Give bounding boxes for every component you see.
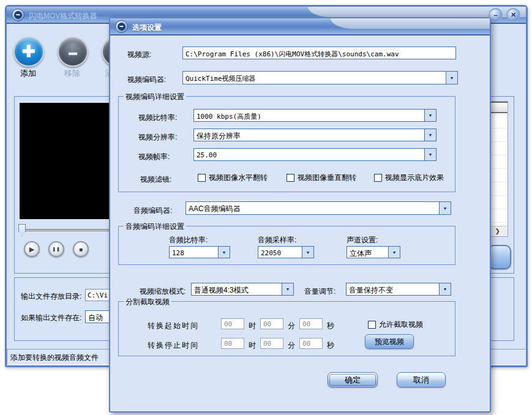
stop-hour-input[interactable]: 00 — [221, 338, 244, 349]
audio-detail-legend: 音频编码详细设置 — [124, 222, 186, 232]
allow-trim-checkbox[interactable]: 允许截取视频 — [368, 320, 423, 330]
filter-negative-checkbox[interactable]: 视频显示底片效果 — [374, 173, 444, 183]
video-detail-legend: 视频编码详细设置 — [124, 92, 186, 102]
dropdown-arrow-icon[interactable]: ▼ — [446, 72, 457, 84]
main-window-title: 闪电MOV格式转换器 — [29, 11, 97, 21]
dialog-icon: ➥ — [115, 20, 128, 33]
close-button[interactable]: ✕ — [506, 8, 520, 22]
second-unit-label: 秒 — [327, 340, 334, 351]
remove-file-label: 移除 — [64, 68, 80, 79]
checkbox-box[interactable] — [287, 174, 294, 182]
dropdown-arrow-icon[interactable]: ▼ — [424, 149, 436, 160]
start-time-label: 转换起始时间 — [148, 321, 199, 331]
video-detail-group: 视频编码详细设置 视频比特率: 1000 kbps(高质量) ▼ 视频分辨率: … — [118, 96, 455, 192]
dropdown-arrow-icon[interactable]: ▼ — [424, 129, 436, 141]
stop-button[interactable]: ■ — [73, 241, 89, 257]
audio-channels-select[interactable]: 立体声 ▼ — [347, 246, 400, 258]
audio-detail-group: 音频编码详细设置 音频比特率: 128 ▼ 音频采样率: 22050 ▼ 声道设… — [118, 226, 455, 265]
volume-label: 音量调节: — [304, 286, 335, 297]
dropdown-arrow-icon[interactable]: ▼ — [439, 202, 451, 214]
dialog-arrow-icon: ➥ — [118, 23, 126, 31]
options-dialog: ➥ 选项设置 视频源: C:\Program Files (x86)\闪电MOV… — [109, 17, 491, 413]
plus-icon: ✚ — [22, 42, 36, 61]
audio-encoder-label: 音频编码器: — [133, 206, 172, 216]
split-group: 分割截取视频 转换起始时间 00 时 00 分 00 秒 允许截取视频 转换停止… — [118, 301, 455, 356]
start-hour-input[interactable]: 00 — [221, 318, 244, 329]
add-files-label: 添加 — [20, 68, 36, 79]
ok-button[interactable]: 确定 — [328, 372, 378, 387]
if-exists-label: 如果输出文件存在: — [21, 313, 81, 323]
preview-video-button[interactable]: 预览视频 — [365, 334, 414, 349]
stop-minute-input[interactable]: 00 — [260, 338, 283, 349]
scroll-right-icon[interactable]: ❯ — [495, 228, 500, 234]
video-bitrate-select[interactable]: 1000 kbps(高质量) ▼ — [193, 109, 436, 122]
dropdown-arrow-icon[interactable]: ▼ — [282, 283, 293, 295]
video-resolution-label: 视频分辨率: — [138, 132, 177, 143]
filter-hflip-checkbox[interactable]: 视频图像水平翻转 — [198, 173, 268, 183]
scale-mode-label: 视频缩放模式: — [140, 286, 185, 297]
pause-icon: ❚❚ — [52, 247, 61, 252]
second-unit-label: 秒 — [327, 321, 334, 331]
status-text: 添加要转换的视频音频文件 — [10, 353, 99, 362]
output-dir-label: 输出文件存放目录: — [21, 291, 81, 302]
remove-file-button[interactable]: ▬ — [58, 37, 88, 67]
video-resolution-select[interactable]: 保持原分辨率 ▼ — [193, 129, 436, 141]
audio-bitrate-select[interactable]: 128 ▼ — [169, 246, 230, 258]
dropdown-arrow-icon[interactable]: ▼ — [439, 283, 451, 295]
audio-encoder-select[interactable]: AAC音频编码器 ▼ — [185, 201, 451, 215]
video-source-input[interactable]: C:\Program Files (x86)\闪电MOV格式转换器\sounds… — [182, 47, 456, 59]
video-filter-label: 视频滤镜: — [140, 174, 171, 185]
play-icon: ▶ — [29, 245, 34, 253]
close-icon: ✕ — [511, 11, 516, 19]
pause-button[interactable]: ❚❚ — [48, 241, 64, 257]
dialog-titlebar-swoosh — [331, 18, 490, 29]
video-framerate-select[interactable]: 25.00 ▼ — [193, 148, 436, 161]
audio-samplerate-label: 音频采样率: — [258, 235, 296, 245]
app-icon: ➥ — [12, 9, 24, 21]
volume-select[interactable]: 音量保持不变 ▼ — [346, 283, 451, 296]
hour-unit-label: 时 — [249, 321, 256, 331]
start-minute-input[interactable]: 00 — [260, 318, 283, 329]
screen: ➥ 闪电MOV格式转换器 − ✕ ✚ 添加 ▬ 移除 ✖ 清 ▶ ❚❚ ■ — [0, 0, 532, 415]
start-second-input[interactable]: 00 — [299, 318, 323, 329]
seek-slider-thumb[interactable] — [18, 224, 26, 236]
play-button[interactable]: ▶ — [24, 241, 40, 257]
audio-channels-label: 声道设置: — [347, 235, 378, 245]
video-bitrate-label: 视频比特率: — [138, 113, 177, 123]
split-legend: 分割截取视频 — [124, 297, 171, 307]
dropdown-arrow-icon[interactable]: ▼ — [218, 247, 230, 258]
minimize-icon: − — [493, 12, 497, 19]
video-source-label: 视频源: — [127, 50, 151, 60]
stop-time-label: 转换停止时间 — [148, 340, 199, 351]
convert-button[interactable] — [488, 245, 511, 269]
app-arrow-icon: ➥ — [14, 11, 22, 19]
scale-mode-select[interactable]: 普通视频4:3模式 ▼ — [191, 283, 294, 296]
video-framerate-label: 视频帧率: — [138, 152, 170, 162]
minute-unit-label: 分 — [288, 321, 295, 331]
minus-icon: ▬ — [69, 47, 77, 57]
checkbox-box[interactable] — [374, 174, 382, 182]
dropdown-arrow-icon[interactable]: ▼ — [424, 110, 436, 121]
checkbox-box[interactable] — [368, 321, 376, 329]
filter-vflip-checkbox[interactable]: 视频图像垂直翻转 — [287, 173, 356, 183]
dropdown-arrow-icon[interactable]: ▼ — [302, 247, 313, 258]
stop-icon: ■ — [79, 246, 83, 253]
minute-unit-label: 分 — [288, 340, 295, 351]
dialog-titlebar: ➥ 选项设置 — [110, 18, 490, 36]
hour-unit-label: 时 — [249, 340, 256, 351]
video-encoder-label: 视频编码器: — [127, 75, 166, 85]
add-files-button[interactable]: ✚ — [13, 37, 44, 67]
video-encoder-select[interactable]: QuickTime视频压缩器 ▼ — [182, 71, 458, 84]
audio-samplerate-select[interactable]: 22050 ▼ — [258, 246, 314, 258]
stop-second-input[interactable]: 00 — [299, 338, 323, 349]
audio-bitrate-label: 音频比特率: — [169, 235, 208, 245]
checkbox-box[interactable] — [198, 174, 206, 182]
cancel-button[interactable]: 取消 — [397, 372, 446, 387]
dropdown-arrow-icon[interactable]: ▼ — [388, 247, 400, 258]
dialog-title: 选项设置 — [132, 23, 162, 33]
